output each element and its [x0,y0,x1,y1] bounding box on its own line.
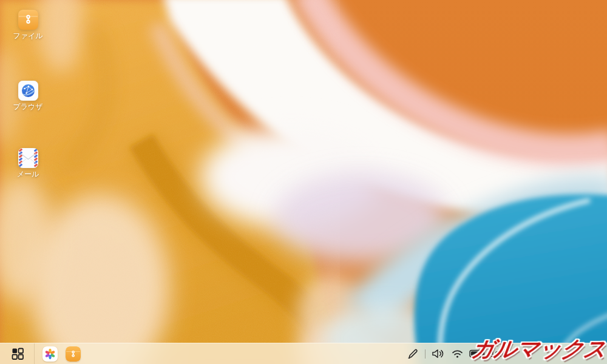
app-grid-icon [11,347,24,360]
volume-button[interactable] [431,348,446,360]
volume-icon [431,348,446,360]
gallery-icon [42,346,58,362]
pen-icon [406,348,419,360]
wifi-button[interactable] [451,348,464,360]
system-tray: 19:41 [406,348,607,360]
taskbar-app-gallery[interactable] [42,346,58,362]
taskbar-divider [34,343,35,364]
wallpaper-image [0,0,607,364]
desktop-icon-label: ファイル [6,32,50,40]
taskbar-apps [42,346,81,362]
desktop-icon-label: メール [6,170,50,178]
mail-icon [18,148,38,168]
pen-button[interactable] [406,348,419,360]
taskbar-app-files[interactable] [66,346,81,362]
desktop-icon-mail[interactable]: メール [6,148,50,178]
files-icon [18,10,38,30]
app-launcher-button[interactable] [10,346,25,362]
wifi-icon [451,348,464,360]
desktop-icon-browser[interactable]: ブラウザ [6,81,50,111]
files-icon [66,346,81,362]
desktop-screen: ファイル ブラウザ [0,0,607,364]
desktop-icon-label: ブラウザ [6,103,50,111]
battery-icon [469,349,485,359]
tray-divider [425,349,426,359]
battery-button[interactable] [469,349,485,359]
taskbar: 19:41 [0,343,607,364]
browser-icon [18,81,38,101]
desktop-icon-files[interactable]: ファイル [6,10,50,40]
clock[interactable]: 19:41 [490,349,515,359]
